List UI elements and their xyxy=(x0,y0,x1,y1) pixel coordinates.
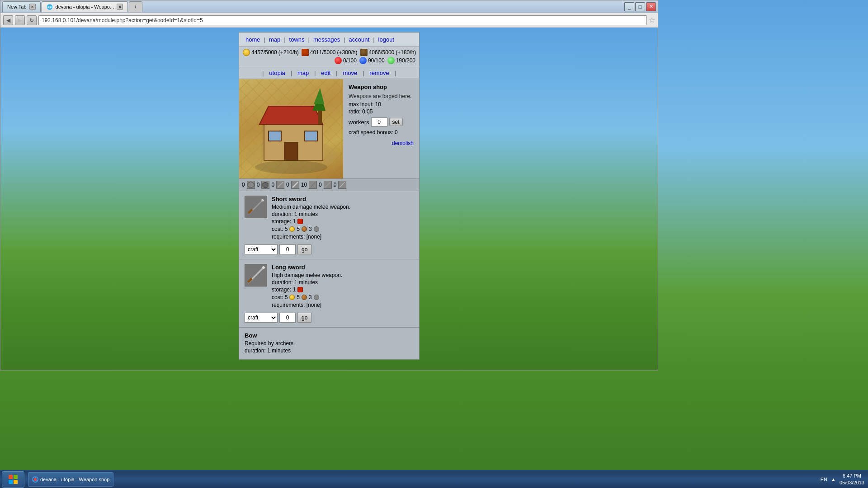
resource-row-top: 4457/5000 (+210/h) 4011/5000 (+300/h) 40… xyxy=(243,49,415,56)
building-name: Weapon shop xyxy=(349,84,414,90)
mana-icon xyxy=(359,57,367,64)
svg-marker-10 xyxy=(248,182,254,188)
svg-line-13 xyxy=(292,182,298,188)
equip-icon-shield xyxy=(261,181,269,189)
short-sword-qty-input[interactable] xyxy=(279,244,296,254)
url-text: 192.168.0.101/devana/module.php?action=g… xyxy=(42,17,203,23)
forward-button[interactable]: ▶ xyxy=(15,15,25,25)
food-icon xyxy=(302,49,309,56)
tab-label-active: devana - utopia - Weapo... xyxy=(56,4,114,9)
storage-icon xyxy=(297,219,303,224)
tab-devana[interactable]: 🌐 devana - utopia - Weapo... × xyxy=(42,1,128,12)
action-remove[interactable]: remove xyxy=(367,69,392,77)
svg-marker-8 xyxy=(314,88,324,104)
taskbar-right: EN ▲ 6:47 PM 05/03/2013 xyxy=(821,473,868,486)
long-sword-qty-input[interactable] xyxy=(279,313,296,323)
nav-account[interactable]: account xyxy=(346,35,373,44)
long-sword-name: Long sword xyxy=(272,264,342,271)
workers-label: workers xyxy=(349,119,369,126)
taskbar-app-chrome[interactable]: devana - utopia - Weapon shop xyxy=(28,472,113,487)
long-sword-craft-select[interactable]: craft research xyxy=(245,313,278,323)
minimize-button[interactable]: _ xyxy=(624,2,634,11)
url-input[interactable]: 192.168.0.101/devana/module.php?action=g… xyxy=(38,15,647,25)
svg-line-33 xyxy=(37,480,38,481)
nav-home[interactable]: home xyxy=(243,35,263,44)
demolish-link[interactable]: demolish xyxy=(392,140,414,146)
bookmark-icon[interactable]: ☆ xyxy=(649,16,655,24)
nav-logout[interactable]: logout xyxy=(376,35,397,44)
svg-rect-3 xyxy=(284,142,298,160)
svg-line-34 xyxy=(33,480,34,481)
game-container: home | map | towns | messages | account … xyxy=(239,32,420,360)
chrome-icon xyxy=(32,476,38,483)
short-sword-name: Short sword xyxy=(272,196,350,202)
long-sword-craft-row: craft research go xyxy=(245,313,414,323)
food-rate: (+300/h) xyxy=(337,49,358,56)
tab-new[interactable]: + xyxy=(129,1,142,12)
action-edit[interactable]: edit xyxy=(318,69,333,77)
tab-new-tab[interactable]: New Tab × xyxy=(2,1,41,12)
action-utopia[interactable]: utopia xyxy=(266,69,288,77)
svg-line-14 xyxy=(311,182,315,188)
maximize-button[interactable]: □ xyxy=(635,2,645,11)
reload-button[interactable]: ↻ xyxy=(27,15,37,25)
spirit-value: 190/200 xyxy=(396,57,415,64)
mana-value: 90/100 xyxy=(368,57,385,64)
equip-icon-armor xyxy=(247,181,255,189)
nav-messages[interactable]: messages xyxy=(311,35,343,44)
back-button[interactable]: ◀ xyxy=(3,15,13,25)
browser-content: home | map | towns | messages | account … xyxy=(0,28,658,370)
nav-towns[interactable]: towns xyxy=(287,35,307,44)
equip-icon-sword1 xyxy=(276,181,284,189)
resource-spirit: 190/200 xyxy=(387,57,415,64)
resource-hp: 0/100 xyxy=(335,57,357,64)
short-sword-go-button[interactable]: go xyxy=(297,244,311,254)
equip-count-2: 0 xyxy=(271,182,274,188)
long-sword-go-button[interactable]: go xyxy=(297,313,311,323)
svg-point-31 xyxy=(34,478,37,481)
svg-rect-5 xyxy=(305,131,317,141)
weapon-item-short-sword: Short sword Medium damage melee weapon. … xyxy=(239,191,419,259)
short-sword-craft-select[interactable]: craft research xyxy=(245,244,278,254)
tab-label: New Tab xyxy=(7,4,27,9)
nav-map[interactable]: map xyxy=(266,35,283,44)
long-sword-details: Long sword High damage melee weapon. dur… xyxy=(272,264,342,309)
wood-rate: (+180/h) xyxy=(396,49,416,56)
resource-mana: 90/100 xyxy=(359,57,385,64)
long-sword-cost: cost: 5 5 3 xyxy=(272,294,342,300)
workers-input[interactable] xyxy=(371,117,387,127)
long-sword-duration: duration: 1 minutes xyxy=(272,279,342,286)
long-sword-icon xyxy=(245,264,267,286)
equip-count-6: 0 xyxy=(334,182,337,188)
svg-rect-29 xyxy=(14,480,18,484)
chrome-tab-label: devana - utopia - Weapon shop xyxy=(40,477,109,482)
equip-icon-lance xyxy=(324,181,332,189)
svg-rect-6 xyxy=(318,111,322,124)
workers-row: workers set xyxy=(349,117,414,127)
svg-rect-27 xyxy=(14,475,18,479)
tab-close-newtab[interactable]: × xyxy=(29,4,36,10)
building-image xyxy=(239,79,343,178)
taskbar-time: 6:47 PM xyxy=(840,473,864,479)
actions-row: | utopia | map | edit | move | remove | xyxy=(239,67,419,79)
short-sword-desc: Medium damage melee weapon. xyxy=(272,204,350,210)
equip-count-4: 10 xyxy=(301,182,307,188)
taskbar-apps: devana - utopia - Weapon shop xyxy=(28,472,113,487)
action-move[interactable]: move xyxy=(340,69,360,77)
equip-count-5: 0 xyxy=(319,182,322,188)
start-button[interactable] xyxy=(2,471,24,488)
windows-logo-icon xyxy=(8,474,19,485)
equip-count-1: 0 xyxy=(257,182,260,188)
tab-close-devana[interactable]: × xyxy=(117,4,123,10)
svg-line-11 xyxy=(278,182,283,188)
equip-count-3: 0 xyxy=(286,182,289,188)
action-map[interactable]: map xyxy=(295,69,311,77)
wood-value: 4066/5000 xyxy=(369,49,395,56)
taskbar: devana - utopia - Weapon shop EN ▲ 6:47 … xyxy=(0,470,868,488)
bow-name: Bow xyxy=(245,332,414,339)
close-button[interactable]: ✕ xyxy=(646,2,656,11)
set-workers-button[interactable]: set xyxy=(389,118,403,126)
svg-line-19 xyxy=(262,199,264,201)
long-sword-requirements: requirements: [none] xyxy=(272,302,342,308)
gold-rate: (+210/h) xyxy=(278,49,299,56)
